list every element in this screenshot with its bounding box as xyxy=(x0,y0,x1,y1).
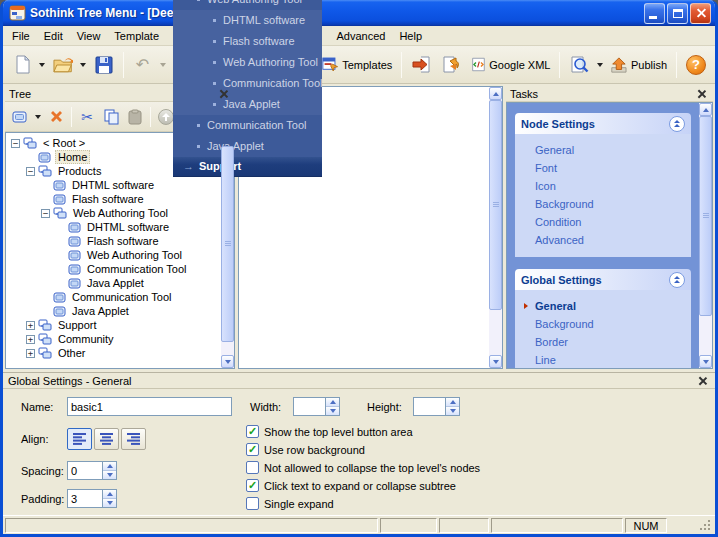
tasks-panel-close-button[interactable] xyxy=(695,87,709,101)
task-link-icon[interactable]: Icon xyxy=(515,177,691,195)
spacing-stepper[interactable] xyxy=(67,461,117,480)
checkbox-unchecked-icon[interactable] xyxy=(246,461,259,474)
scroll-track[interactable] xyxy=(221,146,234,355)
tree-item[interactable]: Java Applet xyxy=(6,276,221,290)
collapse-chevron-button[interactable] xyxy=(669,116,685,132)
width-input[interactable] xyxy=(293,397,325,416)
menu-advanced[interactable]: Advanced xyxy=(329,28,392,44)
spinner-buttons[interactable] xyxy=(445,397,460,416)
spin-up-button[interactable] xyxy=(103,490,116,498)
task-link-background[interactable]: Background xyxy=(515,195,691,213)
export-button[interactable] xyxy=(436,50,466,80)
align-center-button[interactable] xyxy=(94,428,119,450)
expander-icon[interactable]: − xyxy=(26,167,35,176)
undo-button[interactable]: ↶ xyxy=(128,50,158,80)
menu-help[interactable]: Help xyxy=(392,28,429,44)
task-link-condition[interactable]: Condition xyxy=(515,213,691,231)
preview-dropdown[interactable] xyxy=(594,50,605,80)
paste-button[interactable] xyxy=(124,105,146,129)
checkbox-row[interactable]: ✓Show the top level button area xyxy=(246,425,480,438)
checkbox-row[interactable]: ✓Use row background xyxy=(246,443,480,456)
checkbox-row[interactable]: Not allowed to collapse the top level's … xyxy=(246,461,480,474)
tree-item[interactable]: Java Applet xyxy=(6,304,221,318)
menu-template[interactable]: Template xyxy=(107,28,166,44)
scroll-up-button[interactable] xyxy=(489,87,502,100)
scroll-down-button[interactable] xyxy=(221,355,234,368)
spin-up-button[interactable] xyxy=(446,398,459,406)
collapse-chevron-button[interactable] xyxy=(669,272,685,288)
cut-button[interactable]: ✂ xyxy=(76,105,98,129)
menu-preview[interactable]: Preview→Home→ProductsDHTML softwareFlash… xyxy=(166,0,329,179)
menu-view[interactable]: View xyxy=(70,28,108,44)
tree-item[interactable]: +Other xyxy=(6,346,221,360)
settings-panel-close-button[interactable] xyxy=(696,374,710,388)
spin-down-button[interactable] xyxy=(326,406,339,415)
scroll-thumb[interactable] xyxy=(221,146,234,342)
tree-item[interactable]: +Community xyxy=(6,332,221,346)
tree-item[interactable]: DHTML software xyxy=(6,178,221,192)
checkbox-row[interactable]: Single expand xyxy=(246,497,480,510)
scroll-track[interactable] xyxy=(489,100,502,355)
add-node-dropdown[interactable] xyxy=(32,105,43,129)
task-link-border[interactable]: Border xyxy=(515,333,691,351)
scroll-down-button[interactable] xyxy=(699,355,712,368)
preview-scrollbar[interactable] xyxy=(489,87,502,368)
menu-edit[interactable]: Edit xyxy=(37,28,70,44)
delete-node-button[interactable] xyxy=(45,105,67,129)
tree-item[interactable]: Flash software xyxy=(6,234,221,248)
tasks-scrollbar[interactable] xyxy=(699,103,712,368)
scroll-track[interactable] xyxy=(699,116,712,355)
maximize-button[interactable] xyxy=(667,3,688,24)
spin-down-button[interactable] xyxy=(446,406,459,415)
scroll-up-button[interactable] xyxy=(699,103,712,116)
undo-dropdown[interactable] xyxy=(158,50,169,80)
task-link-line[interactable]: Line xyxy=(515,351,691,368)
help-button[interactable]: ? xyxy=(681,50,711,80)
width-stepper[interactable] xyxy=(293,397,340,416)
checkbox-row[interactable]: ✓Click text to expand or collapse subtre… xyxy=(246,479,480,492)
spinner-buttons[interactable] xyxy=(325,397,340,416)
preview-menu-item[interactable]: Web Authoring Tool xyxy=(173,52,322,73)
checkbox-checked-icon[interactable]: ✓ xyxy=(246,425,259,438)
align-right-button[interactable] xyxy=(121,428,146,450)
resize-grip[interactable] xyxy=(699,519,711,531)
add-node-button[interactable] xyxy=(8,105,30,129)
spin-down-button[interactable] xyxy=(103,498,116,507)
padding-input[interactable] xyxy=(67,489,102,508)
google-xml-button[interactable]: Google XML xyxy=(466,50,555,80)
expander-icon[interactable]: + xyxy=(26,349,35,358)
preview-menu-item[interactable]: Communication Tool xyxy=(173,73,322,94)
menu-file[interactable]: File xyxy=(5,28,37,44)
preview-button[interactable] xyxy=(564,50,594,80)
tree-item[interactable]: +Support xyxy=(6,318,221,332)
task-link-advanced[interactable]: Advanced xyxy=(515,231,691,249)
task-link-general[interactable]: General xyxy=(515,141,691,159)
height-stepper[interactable] xyxy=(413,397,460,416)
tree-item[interactable]: −Web Authoring Tool xyxy=(6,206,221,220)
preview-menu-item[interactable]: Java Applet xyxy=(173,136,322,157)
tree-item[interactable]: Communication Tool xyxy=(6,290,221,304)
preview-menu-item[interactable]: →Support xyxy=(173,157,322,177)
tree-item[interactable]: DHTML software xyxy=(6,220,221,234)
preview-menu-item[interactable]: Communication Tool xyxy=(173,115,322,136)
scroll-thumb[interactable] xyxy=(699,116,712,316)
task-link-background[interactable]: Background xyxy=(515,315,691,333)
tree-item[interactable]: Flash software xyxy=(6,192,221,206)
tree-item[interactable]: Web Authoring Tool xyxy=(6,248,221,262)
tree-scrollbar[interactable] xyxy=(221,133,234,368)
align-left-button[interactable] xyxy=(67,428,92,450)
copy-button[interactable] xyxy=(100,105,122,129)
name-input[interactable] xyxy=(67,397,232,416)
spacing-input[interactable] xyxy=(67,461,102,480)
save-button[interactable] xyxy=(89,50,119,80)
open-dropdown[interactable] xyxy=(78,50,89,80)
spin-up-button[interactable] xyxy=(103,462,116,470)
spinner-buttons[interactable] xyxy=(102,489,117,508)
spin-up-button[interactable] xyxy=(326,398,339,406)
templates-button[interactable]: Templates xyxy=(317,50,397,80)
checkbox-checked-icon[interactable]: ✓ xyxy=(246,443,259,456)
spinner-buttons[interactable] xyxy=(102,461,117,480)
new-button[interactable] xyxy=(7,50,37,80)
minimize-button[interactable] xyxy=(644,3,665,24)
preview-menu-item[interactable]: Java Applet xyxy=(173,94,322,115)
